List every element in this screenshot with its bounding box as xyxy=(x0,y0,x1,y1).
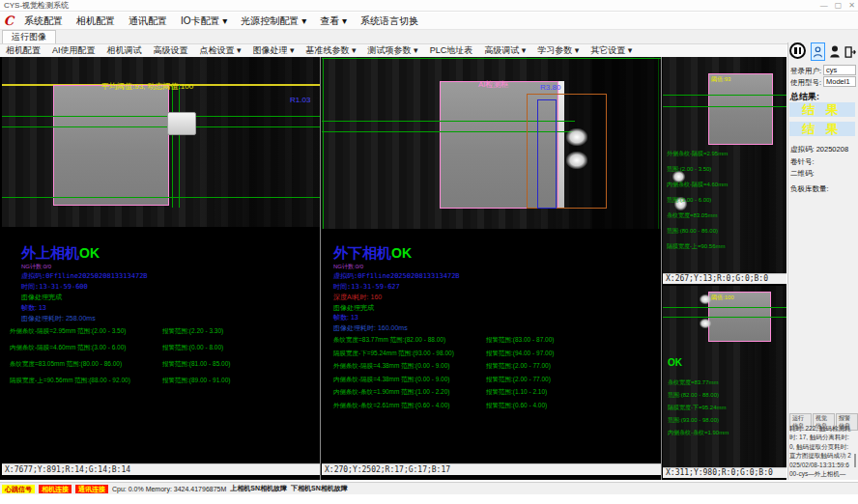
ng-count-label: NG计数:0/0 xyxy=(21,263,100,271)
thumb-measure-line: 隔膜宽度-上=90.56mm xyxy=(667,242,726,251)
measure-value: 内侧条纹-隔膜=4.38mm 范围:(0.00 - 9.00) xyxy=(333,376,486,384)
camera-image-upper[interactable]: 平均阈值:93, 动态阈值:100 R1.03 xyxy=(2,57,320,227)
exit-door-icon xyxy=(844,44,857,60)
tool-ai-config[interactable]: AI使用配置 xyxy=(46,44,101,57)
baseline-3 xyxy=(2,197,320,198)
menu-camera-config[interactable]: 相机配置 xyxy=(70,13,122,29)
tab-strip: 运行图像 xyxy=(0,30,858,44)
done-line: 图像处理完成 xyxy=(333,303,374,313)
virtual-code-value: 20250208 xyxy=(816,145,848,154)
tool-other-settings[interactable]: 其它设置 ▾ xyxy=(585,44,638,57)
alarm-range: 报警范围:(1.10 - 2.10) xyxy=(486,388,547,397)
tool-advanced-settings[interactable]: 高级设置 xyxy=(148,44,194,57)
thumbnail-image-bottom[interactable]: 阈值:100 OK 条纹宽度=83.77mm 范围:(82.00 - 88.00… xyxy=(663,286,786,467)
camera-panel-lower: AI检测框 R3.80 外下相机OK NG计数:0/0 虚拟码:0Ff1line… xyxy=(322,57,661,475)
tool-camera-debug[interactable]: 相机调试 xyxy=(101,44,148,57)
menu-comm-config[interactable]: 通讯配置 xyxy=(122,13,174,29)
thumbnail-image-top[interactable]: 阈值:93 外侧条纹-隔膜=2.95mm 范围:(2.00 - 3.50) 内侧… xyxy=(663,57,786,273)
tool-advanced-debug[interactable]: 高级调试 ▾ xyxy=(478,44,531,57)
qr-code-label: 二维码: xyxy=(790,169,815,179)
measure-value: 隔膜宽度-下=95.24mm 范围:(93.00 - 98.00) xyxy=(333,350,486,358)
exit-button[interactable] xyxy=(843,42,857,61)
pixel-coordinate-caption: X:267;Y:13;R:0;G:0;B:0 xyxy=(663,273,786,284)
ng-count-label: NG计数:0/0 xyxy=(333,263,412,271)
elapsed-line: 图像处理耗时: 258.00ms xyxy=(21,314,96,323)
camera-name-label: 外上相机 xyxy=(21,244,79,261)
thumb-measure-line: 内侧条纹-隔膜=4.60mm xyxy=(667,181,728,189)
frames-line: 帧数: 13 xyxy=(21,303,46,313)
admin-mode-button[interactable] xyxy=(828,43,841,60)
camera-result-title: 外上相机OK NG计数:0/0 xyxy=(21,244,100,271)
elapsed-line: 图像处理耗时: 160.00ms xyxy=(333,323,408,333)
measure-value: 内侧条纹-隔膜=4.60mm 范围:(3.00 - 6.00) xyxy=(10,344,162,352)
tab-run-image[interactable]: 运行图像 xyxy=(2,30,56,43)
maximize-icon[interactable]: ▢ xyxy=(835,0,843,12)
ai-box-overlay-label: AI检测框 xyxy=(478,79,509,90)
measurement-row: 外侧条纹-条纹=2.61mm 范围:(0.60 - 4.00) 报警范围:(0.… xyxy=(333,402,652,410)
measure-value: 外侧条纹-隔膜=2.95mm 范围:(2.00 - 3.50) xyxy=(10,327,162,336)
pause-button[interactable] xyxy=(789,42,806,59)
result-ok-label: OK xyxy=(391,245,412,261)
tool-spotcheck-settings[interactable]: 点检设置 ▾ xyxy=(194,44,247,57)
ai-elapsed-line: 深度AI耗时: 160 xyxy=(333,293,382,302)
threshold-overlay-label: 平均阈值:93, 动态阈值:100 xyxy=(101,81,193,92)
menu-language-switch[interactable]: 系统语言切换 xyxy=(354,13,425,29)
camera-image-lower[interactable]: AI检测框 R3.80 xyxy=(322,57,661,229)
measurement-row: 外侧条纹-隔膜=4.38mm 范围:(0.00 - 9.00) 报警范围:(2.… xyxy=(333,362,652,371)
log-scrollbar[interactable] xyxy=(854,454,856,467)
model-field[interactable]: Model1 xyxy=(823,76,856,87)
alarm-range: 报警范围:(2.20 - 3.30) xyxy=(162,327,223,336)
title-bar: CYS-视觉检测系统 xyxy=(0,0,858,12)
measurement-row: 条纹宽度=83.05mm 范围:(80.00 - 86.00) 报警范围:(81… xyxy=(10,360,317,369)
upper-camera-fault-text: 上相机SN相机故障 xyxy=(230,484,287,493)
close-icon[interactable]: ✕ xyxy=(848,0,855,12)
baseline-2 xyxy=(2,126,320,127)
tool-plc-address[interactable]: PLC地址表 xyxy=(424,44,479,57)
measure-mark-label: R1.03 xyxy=(290,96,310,104)
heartbeat-status-badge: 心跳信号 xyxy=(2,485,35,493)
time-line: 时间:13-31-59-600 xyxy=(21,282,88,292)
tool-learning-params[interactable]: 学习参数 ▾ xyxy=(531,44,585,57)
glint-spot xyxy=(700,294,711,304)
thumb-measure-line: 条纹宽度=83.05mm xyxy=(667,211,718,220)
comm-connect-badge: 通讯连接 xyxy=(75,485,108,493)
menu-view[interactable]: 查看 ▾ xyxy=(313,13,354,29)
baseline-1 xyxy=(663,307,786,308)
tool-image-processing[interactable]: 图像处理 ▾ xyxy=(247,44,300,57)
tool-baseline-params[interactable]: 基准线参数 ▾ xyxy=(300,44,362,57)
measure-value: 内侧条纹-条纹=1.90mm 范围:(1.00 - 2.20) xyxy=(333,388,486,397)
menu-light-config[interactable]: 光源控制配置 ▾ xyxy=(234,13,313,29)
threshold-overlay-label: 阈值:93 xyxy=(711,75,730,84)
menu-system-config[interactable]: 系统配置 xyxy=(17,13,70,29)
operator-mode-button[interactable] xyxy=(811,42,825,61)
measure-value: 条纹宽度=83.77mm 范围:(82.00 - 88.00) xyxy=(333,336,486,345)
menu-io-config[interactable]: IO卡配置 ▾ xyxy=(174,13,234,29)
measurement-row: 内侧条纹-隔膜=4.60mm 范围:(3.00 - 6.00) 报警范围:(0.… xyxy=(10,344,317,352)
tool-testitem-params[interactable]: 测试项参数 ▾ xyxy=(362,44,424,57)
measure-value: 外侧条纹-条纹=2.61mm 范围:(0.60 - 4.00) xyxy=(333,402,486,410)
measurement-list: 条纹宽度=83.77mm 范围:(82.00 - 88.00) 报警范围:(83… xyxy=(333,336,652,410)
pixel-coordinate-caption: X:7677;Y:891;R:14;G:14;B:14 xyxy=(2,463,320,475)
edge-line-2 xyxy=(179,85,180,208)
thumbnail-panel-bottom: 阈值:100 OK 条纹宽度=83.77mm 范围:(82.00 - 88.00… xyxy=(663,286,786,478)
login-user-label: 登录用户: xyxy=(790,67,821,76)
alarm-range: 报警范围:(0.60 - 4.00) xyxy=(486,402,547,410)
result-ok-label: OK xyxy=(79,245,100,261)
camera-panel-upper: 平均阈值:93, 动态阈值:100 R1.03 外上相机OK NG计数:0/0 … xyxy=(2,57,320,475)
pin-number-label: 卷针号: xyxy=(790,157,815,167)
threshold-overlay-label: 阈值:100 xyxy=(711,294,734,302)
thumb-measure-line: 范围:(3.00 - 6.00) xyxy=(667,196,711,205)
log-text-area[interactable]: 耗时: 222, 触码检测耗时: 17, 触码分离耗时: 0, 触码提取分页耗时… xyxy=(789,424,851,478)
baseline-1 xyxy=(663,95,786,96)
tool-camera-config[interactable]: 相机配置 xyxy=(0,44,46,57)
minimize-icon[interactable]: — xyxy=(820,0,828,12)
login-user-field[interactable]: cys xyxy=(823,65,856,75)
glint-spot xyxy=(566,152,587,169)
measurement-row: 内侧条纹-条纹=1.90mm 范围:(1.00 - 2.20) 报警范围:(1.… xyxy=(333,388,652,397)
thumb-measure-line: 条纹宽度=83.77mm xyxy=(668,378,719,387)
alarm-range: 报警范围:(81.00 - 85.00) xyxy=(162,360,230,369)
pixel-coordinate-caption: X:270;Y:2502;R:17;G:17;B:17 xyxy=(322,463,661,475)
thumbnail-panel-top: 阈值:93 外侧条纹-隔膜=2.95mm 范围:(2.00 - 3.50) 内侧… xyxy=(663,57,786,284)
thumb-measure-line: 范围:(80.00 - 86.00) xyxy=(667,227,718,236)
app-window: CYS-视觉检测系统 — ▢ ✕ C 系统配置 相机配置 通讯配置 IO卡配置 … xyxy=(0,0,858,504)
